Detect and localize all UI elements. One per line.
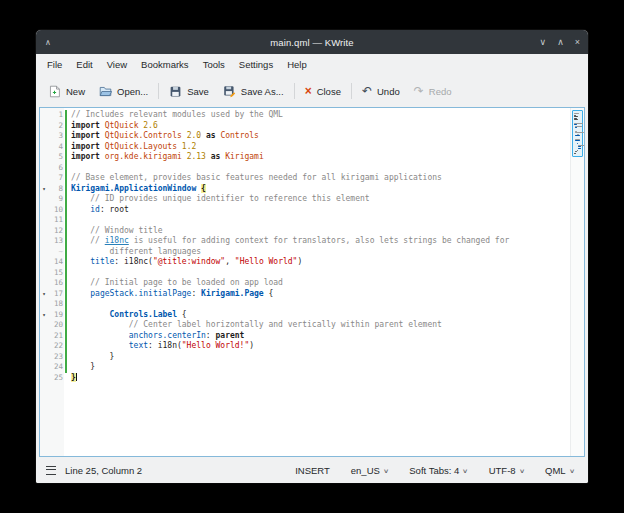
code-row[interactable]: 15 — [40, 268, 571, 279]
save-button-label: Save — [187, 86, 209, 97]
fold-column — [40, 215, 48, 226]
syntax-mode-label: QML — [545, 465, 566, 476]
toolbar-separator — [294, 83, 295, 99]
toolbar-separator — [158, 83, 159, 99]
fold-column — [40, 299, 48, 310]
fold-column — [40, 205, 48, 216]
fold-column — [40, 236, 48, 247]
titlebar[interactable]: ∧ main.qml — KWrite ∨ ∧ × — [36, 30, 588, 54]
code-rows: 1// Includes relevant modules used by th… — [40, 110, 571, 456]
menu-edit[interactable]: Edit — [69, 57, 99, 72]
code-row[interactable]: 22 text: i18n("Hello World!") — [40, 341, 571, 352]
close-document-button[interactable]: × Close — [298, 81, 348, 101]
code-row[interactable]: 11 — [40, 215, 571, 226]
code-row[interactable]: 20 // Center label horizontally and vert… — [40, 320, 571, 331]
undo-icon: ↶ — [362, 85, 372, 97]
code-row[interactable]: ▾8Kirigami.ApplicationWindow { — [40, 184, 571, 195]
code-text: } — [67, 373, 77, 384]
code-row[interactable]: 16 // Initial page to be loaded on app l… — [40, 278, 571, 289]
code-row[interactable]: 13 // i18nc is useful for adding context… — [40, 236, 571, 247]
fold-marker-icon[interactable]: ▾ — [40, 310, 48, 321]
code-row[interactable]: 5import org.kde.kirigami 2.13 as Kirigam… — [40, 152, 571, 163]
line-number: 13 — [48, 236, 63, 247]
code-row[interactable]: 25} — [40, 373, 571, 384]
code-row[interactable]: 6 — [40, 163, 571, 174]
line-number: 10 — [48, 205, 63, 216]
new-button[interactable]: New — [41, 81, 92, 102]
code-text: // ID provides unique identifier to refe… — [67, 194, 370, 205]
code-text: // Center label horizontally and vertica… — [67, 320, 442, 331]
menu-view[interactable]: View — [100, 57, 134, 72]
code-row[interactable]: 9 // ID provides unique identifier to re… — [40, 194, 571, 205]
fold-column — [40, 163, 48, 174]
code-row[interactable]: 12 // Window title — [40, 226, 571, 237]
cursor-position[interactable]: Line 25, Column 2 — [65, 465, 142, 476]
undo-button[interactable]: ↶ Undo — [355, 81, 407, 101]
code-text — [67, 215, 71, 226]
encoding-label: UTF-8 — [489, 465, 516, 476]
line-number: 9 — [48, 194, 63, 205]
document-save-as-icon — [223, 85, 236, 98]
save-button[interactable]: Save — [162, 81, 216, 102]
encoding-button[interactable]: UTF-8 ∨ — [489, 465, 524, 476]
text-cursor — [76, 373, 77, 381]
code-row[interactable]: ▾19 Controls.Label { — [40, 310, 571, 321]
keep-above-icon[interactable]: ∧ — [45, 38, 51, 47]
code-row[interactable]: ▾17 pageStack.initialPage: Kirigami.Page… — [40, 289, 571, 300]
line-number: 22 — [48, 341, 63, 352]
menu-bookmarks[interactable]: Bookmarks — [134, 57, 196, 72]
line-number: 23 — [48, 352, 63, 363]
code-text: import QtQuick.Layouts 1.2 — [67, 142, 196, 153]
code-text: pageStack.initialPage: Kirigami.Page { — [67, 289, 273, 300]
code-text: // i18nc is useful for adding context fo… — [67, 236, 509, 247]
code-row[interactable]: 3import QtQuick.Controls 2.0 as Controls — [40, 131, 571, 142]
editor-view[interactable]: 1// Includes relevant modules used by th… — [39, 107, 585, 457]
insert-mode-button[interactable]: INSERT — [295, 465, 330, 476]
menu-settings[interactable]: Settings — [232, 57, 280, 72]
code-row[interactable]: 23 } — [40, 352, 571, 363]
minimap-doc[interactable] — [572, 110, 583, 157]
open-button[interactable]: Open... — [92, 81, 155, 102]
code-text: anchors.centerIn: parent — [67, 331, 244, 342]
fold-column — [40, 331, 48, 342]
fold-column — [40, 278, 48, 289]
fold-column — [40, 352, 48, 363]
line-number: 16 — [48, 278, 63, 289]
undo-button-label: Undo — [377, 86, 400, 97]
code-row[interactable]: ~ different languages — [40, 247, 571, 258]
code-row[interactable]: 18 — [40, 299, 571, 310]
code-text: // Includes relevant modules used by the… — [67, 110, 283, 121]
line-number: 3 — [48, 131, 63, 142]
minimap-scrollbar[interactable] — [570, 108, 584, 456]
code-row[interactable]: 21 anchors.centerIn: parent — [40, 331, 571, 342]
fold-marker-icon[interactable]: ▾ — [40, 184, 48, 195]
code-text: import org.kde.kirigami 2.13 as Kirigami — [67, 152, 264, 163]
maximize-button[interactable]: ∧ — [557, 37, 564, 47]
tab-settings-button[interactable]: Soft Tabs: 4 ∨ — [409, 465, 467, 476]
close-button[interactable]: × — [575, 37, 580, 47]
code-row[interactable]: 10 id: root — [40, 205, 571, 216]
syntax-mode-button[interactable]: QML ∨ — [545, 465, 574, 476]
fold-marker-icon[interactable]: ▾ — [40, 289, 48, 300]
code-row[interactable]: 24 } — [40, 362, 571, 373]
redo-button[interactable]: ↷ Redo — [407, 81, 459, 101]
hamburger-icon[interactable] — [46, 466, 56, 475]
menu-file[interactable]: File — [40, 57, 69, 72]
code-row[interactable]: 4import QtQuick.Layouts 1.2 — [40, 142, 571, 153]
save-as-button[interactable]: Save As... — [216, 81, 291, 102]
line-number: 6 — [48, 163, 63, 174]
menubar: File Edit View Bookmarks Tools Settings … — [36, 54, 588, 75]
chevron-down-icon: ∨ — [569, 467, 575, 474]
menu-help[interactable]: Help — [280, 57, 314, 72]
code-row[interactable]: 7// Base element, provides basic feature… — [40, 173, 571, 184]
code-row[interactable]: 14 title: i18nc("@title:window", "Hello … — [40, 257, 571, 268]
code-text: // Base element, provides basic features… — [67, 173, 442, 184]
minimize-button[interactable]: ∨ — [540, 37, 547, 47]
menu-tools[interactable]: Tools — [196, 57, 232, 72]
dictionary-button[interactable]: en_US ∨ — [351, 465, 388, 476]
line-number: 8 — [48, 184, 63, 195]
code-row[interactable]: 2import QtQuick 2.6 — [40, 121, 571, 132]
redo-button-label: Redo — [429, 86, 452, 97]
fold-column — [40, 121, 48, 132]
code-row[interactable]: 1// Includes relevant modules used by th… — [40, 110, 571, 121]
